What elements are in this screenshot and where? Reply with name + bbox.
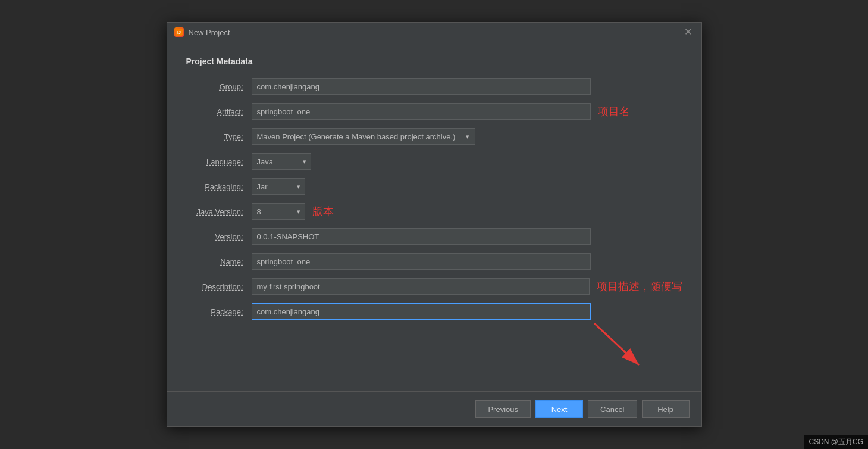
package-label: Package: bbox=[186, 307, 252, 316]
group-row: Group: bbox=[186, 78, 682, 95]
java-version-select[interactable]: 8 11 17 bbox=[252, 203, 305, 220]
description-row: Description: 项目描述，随便写 bbox=[186, 278, 682, 295]
name-input[interactable] bbox=[252, 253, 591, 270]
packaging-annotation: 版本 bbox=[312, 204, 334, 219]
section-title: Project Metadata bbox=[186, 57, 682, 66]
type-row: Type: Maven Project (Generate a Maven ba… bbox=[186, 128, 682, 145]
package-input[interactable] bbox=[252, 303, 591, 320]
new-project-dialog: IJ New Project ✕ Project Metadata Group:… bbox=[167, 22, 702, 427]
app-icon: IJ bbox=[174, 27, 184, 37]
package-row: Package: bbox=[186, 303, 682, 320]
artifact-annotation: 项目名 bbox=[598, 104, 630, 119]
description-input[interactable] bbox=[252, 278, 590, 295]
packaging-row: Packaging: Jar War bbox=[186, 178, 682, 195]
svg-text:IJ: IJ bbox=[177, 30, 181, 35]
version-input[interactable] bbox=[252, 228, 591, 245]
help-button[interactable]: Help bbox=[642, 400, 690, 418]
language-select-wrapper: Java Kotlin Groovy bbox=[252, 153, 311, 170]
name-row: Name: bbox=[186, 253, 682, 270]
packaging-select-wrapper: Jar War bbox=[252, 178, 305, 195]
language-select[interactable]: Java Kotlin Groovy bbox=[252, 153, 311, 170]
java-version-row: Java Version: 8 11 17 版本 bbox=[186, 203, 682, 220]
dialog-content: Project Metadata Group: Artifact: 项目名 Ty… bbox=[167, 42, 701, 391]
artifact-input[interactable] bbox=[252, 103, 591, 120]
language-label: Language: bbox=[186, 157, 252, 166]
description-annotation: 项目描述，随便写 bbox=[597, 279, 682, 294]
next-button[interactable]: Next bbox=[535, 400, 583, 418]
name-label: Name: bbox=[186, 257, 252, 266]
cancel-button[interactable]: Cancel bbox=[588, 400, 637, 418]
group-input[interactable] bbox=[252, 78, 591, 95]
packaging-select[interactable]: Jar War bbox=[252, 178, 305, 195]
packaging-label: Packaging: bbox=[186, 182, 252, 191]
java-version-label: Java Version: bbox=[186, 207, 252, 216]
dialog-footer: Previous Next Cancel Help bbox=[167, 391, 701, 426]
group-label: Group: bbox=[186, 82, 252, 91]
type-select-wrapper: Maven Project (Generate a Maven based pr… bbox=[252, 128, 475, 145]
description-label: Description: bbox=[186, 282, 252, 291]
version-label: Version: bbox=[186, 232, 252, 241]
previous-button[interactable]: Previous bbox=[475, 400, 531, 418]
java-version-select-wrapper: 8 11 17 bbox=[252, 203, 305, 220]
version-row: Version: bbox=[186, 228, 682, 245]
language-row: Language: Java Kotlin Groovy bbox=[186, 153, 682, 170]
artifact-label: Artifact: bbox=[186, 107, 252, 116]
type-select[interactable]: Maven Project (Generate a Maven based pr… bbox=[252, 128, 475, 145]
type-label: Type: bbox=[186, 132, 252, 141]
dialog-title: New Project bbox=[189, 28, 230, 37]
watermark: CSDN @五月CG bbox=[804, 435, 868, 449]
title-bar: IJ New Project ✕ bbox=[167, 23, 701, 42]
title-bar-left: IJ New Project bbox=[174, 27, 230, 37]
artifact-row: Artifact: 项目名 bbox=[186, 103, 682, 120]
close-button[interactable]: ✕ bbox=[682, 27, 694, 37]
